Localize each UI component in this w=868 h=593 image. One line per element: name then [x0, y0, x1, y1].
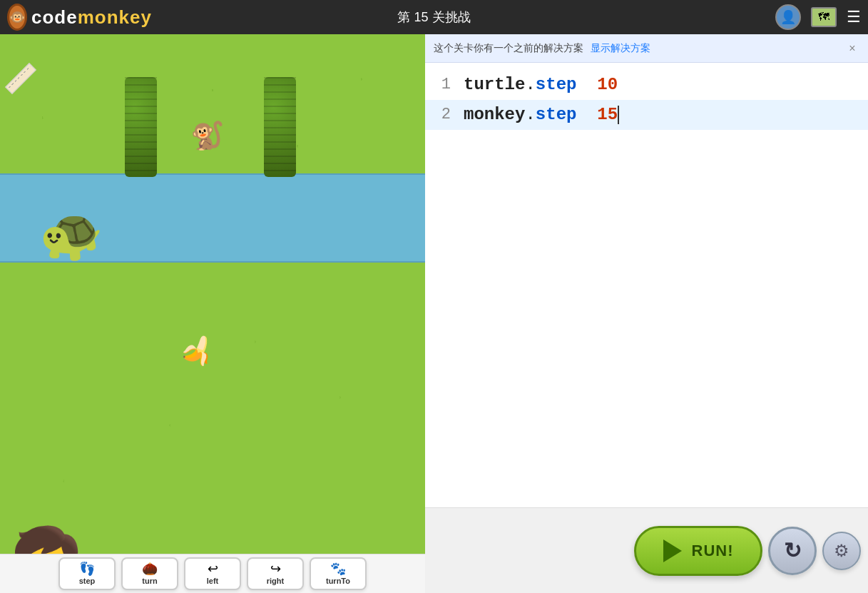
- step-label: step: [79, 577, 96, 585]
- turnto-icon: 🐾: [330, 562, 346, 575]
- run-button[interactable]: RUN!: [634, 526, 762, 576]
- code-turtle-1: turtle: [464, 75, 525, 94]
- avatar-button[interactable]: 👤: [775, 4, 801, 30]
- code-monkey-2: monkey: [464, 105, 525, 124]
- logo-area: 🐵 CODEmonkey: [7, 4, 150, 31]
- step-icon: 👣: [79, 562, 95, 575]
- reset-icon: ↺: [784, 538, 802, 563]
- reset-button[interactable]: ↺: [768, 527, 817, 575]
- hedge-right: [264, 77, 296, 177]
- code-content-2: monkey.step 15: [461, 101, 868, 128]
- play-icon: [663, 539, 682, 562]
- turn-label: turn: [142, 577, 157, 585]
- notification-text: 这个关卡你有一个之前的解决方案: [434, 42, 583, 55]
- code-line-1: 1 turtle.step 10: [425, 70, 868, 100]
- main-content: 🐒 🐢 🍌 🧒 👣 step 🌰 turn ↩ left ↪ right: [0, 34, 868, 593]
- code-editor[interactable]: 1 turtle.step 10 2 monkey.step 15: [425, 63, 868, 507]
- turnto-label: turnTo: [326, 577, 350, 585]
- text-cursor: [618, 106, 619, 124]
- turtle-character: 🐢: [14, 198, 128, 270]
- left-label: left: [207, 577, 219, 585]
- left-icon: ↩: [208, 562, 218, 575]
- step-command-btn[interactable]: 👣 step: [58, 557, 116, 590]
- turn-icon: 🌰: [142, 562, 158, 575]
- logo-code-part: CODE: [31, 6, 78, 28]
- map-icon: 🗺: [811, 7, 837, 27]
- code-line-2: 2 monkey.step 15: [425, 100, 868, 130]
- header: 🐵 CODEmonkey 第 15 关挑战 👤 🗺 ☰: [0, 0, 868, 34]
- right-command-btn[interactable]: ↪ right: [247, 557, 304, 590]
- code-editor-area: 这个关卡你有一个之前的解决方案 显示解决方案 × 1 turtle.step 1…: [425, 34, 868, 593]
- run-label: RUN!: [692, 542, 734, 560]
- turn-command-btn[interactable]: 🌰 turn: [121, 557, 178, 590]
- right-label: right: [267, 577, 284, 585]
- left-command-btn[interactable]: ↩ left: [184, 557, 241, 590]
- hedge-left-texture: [125, 77, 157, 177]
- monkey-character: 🐒: [188, 114, 227, 157]
- line-number-1: 1: [425, 71, 461, 98]
- command-palette: 👣 step 🌰 turn ↩ left ↪ right 🐾 turnTo: [0, 554, 425, 593]
- settings-button[interactable]: ⚙: [822, 532, 861, 570]
- show-solution-link[interactable]: 显示解决方案: [591, 42, 650, 55]
- hedge-right-texture: [264, 77, 296, 177]
- logo: 🐵 CODEmonkey: [7, 4, 150, 31]
- bottom-toolbar: RUN! ↺ ⚙: [425, 507, 868, 593]
- logo-text: CODEmonkey: [31, 6, 152, 29]
- hedge-left: [125, 77, 157, 177]
- right-icon: ↪: [270, 562, 281, 575]
- close-notification-button[interactable]: ×: [845, 41, 859, 56]
- map-button[interactable]: 🗺: [811, 4, 837, 30]
- hamburger-menu[interactable]: ☰: [847, 8, 861, 26]
- settings-icon: ⚙: [834, 541, 849, 561]
- notification-bar: 这个关卡你有一个之前的解决方案 显示解决方案 ×: [425, 34, 868, 63]
- header-controls: 👤 🗺 ☰: [775, 4, 861, 30]
- turnto-command-btn[interactable]: 🐾 turnTo: [310, 557, 367, 590]
- line-number-2: 2: [425, 101, 461, 128]
- level-title: 第 15 关挑战: [397, 9, 470, 26]
- game-canvas: 🐒 🐢 🍌 🧒 👣 step 🌰 turn ↩ left ↪ right: [0, 34, 425, 593]
- code-content-1: turtle.step 10: [461, 71, 868, 98]
- logo-monkey-icon: 🐵: [7, 4, 27, 31]
- user-avatar: 👤: [775, 4, 801, 30]
